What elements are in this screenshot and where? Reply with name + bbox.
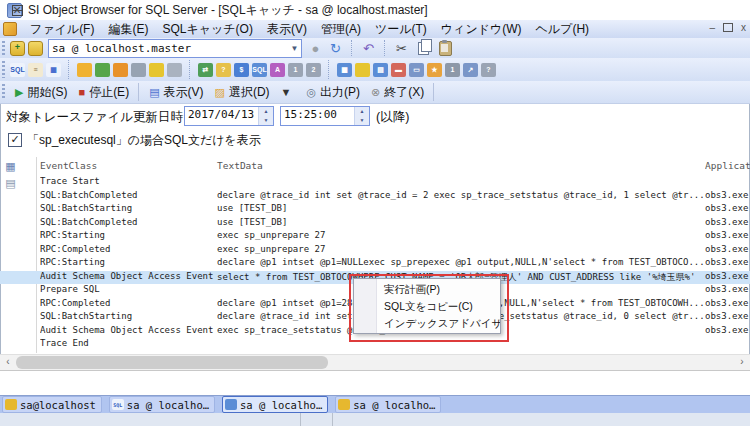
layers-icon[interactable]: 1 [445,63,460,77]
capture-select-dropdown[interactable]: ▼ [276,86,301,99]
column-header-applicationname[interactable]: ApplicationName [705,160,750,171]
job-schedule-icon[interactable] [167,63,182,77]
copy-icon[interactable] [418,42,429,55]
trace-time-spinner[interactable]: 15:25:00 ▲▼ [280,106,370,126]
menu-item[interactable]: 表示(V) [260,21,314,38]
menu-item[interactable]: ウィンドウ(W) [434,21,529,38]
cell-applicationname: obs3.exe [705,190,750,204]
mdi-restore-button[interactable] [723,23,733,32]
table-row[interactable]: SQL:BatchCompleted use [TEST_DB] obs3.ex… [0,217,750,231]
window-red-icon[interactable]: ▬ [391,63,406,77]
toolbar-icon [68,60,70,79]
menu-item[interactable]: ツール(T) [368,21,434,38]
filter-suffix-label: (以降) [376,109,409,126]
database-list-icon[interactable] [131,63,146,77]
horizontal-scrollbar[interactable]: ‹ › [0,354,750,370]
window-button-label: sa@localhost [20,399,96,411]
key-icon[interactable] [355,63,370,77]
undo-icon[interactable]: ↶ [360,40,377,56]
mdi-minimize-button[interactable]: – [709,22,715,33]
task-button-sql-catch[interactable]: sa @ localho… [222,396,328,413]
table-row[interactable]: RPC:Completed exec sp_unprepare 27 obs3.… [0,244,750,258]
mdi-close-button[interactable]: x [741,22,746,33]
toolbar-grip[interactable] [2,84,5,100]
task-button-object-window[interactable]: sa @ localho… [335,396,441,413]
task-button-sa-localhost[interactable]: sa@localhost [2,396,102,413]
user-script-1-icon[interactable]: 1 [288,63,303,77]
table-row[interactable]: Trace End [0,338,750,352]
cell-applicationname: obs3.exe [705,311,750,325]
sp-executesql-checkbox[interactable]: ✓ [8,133,22,147]
dml-monitor-icon[interactable]: $ [234,63,249,77]
refresh-icon[interactable]: ↻ [327,40,344,56]
storage-icon[interactable] [149,63,164,77]
mdi-child-icon[interactable] [3,22,17,36]
table-row[interactable]: RPC:Starting exec sp_unprepare 27 obs3.e… [0,230,750,244]
data-grid-icon[interactable]: ▦ [46,63,61,77]
disconnect-database-icon[interactable]: . [28,41,43,56]
grid-view-icon[interactable]: ▦ [337,63,352,77]
toolbar-grip[interactable] [2,41,5,55]
capture-view-button[interactable]: ▤ 表示(V) [144,83,208,102]
session-monitor-icon[interactable] [77,63,92,77]
help-window-icon[interactable]: ? [481,63,496,77]
scrollbar-thumb[interactable] [16,356,328,369]
table-row[interactable]: RPC:Starting declare @p1 intset @p1=NULL… [0,257,750,271]
scroll-left-icon[interactable]: ‹ [0,355,16,370]
capture-start-button[interactable]: ▶ 開始(S) [10,83,72,102]
table-row[interactable]: SQL:BatchStarting use [TEST_DB] obs3.exe [0,203,750,217]
lock-monitor-icon[interactable] [113,63,128,77]
sql-window-icon[interactable]: SQL [10,63,25,77]
cell-applicationname: obs3.exe [705,217,750,231]
scroll-right-icon[interactable]: › [734,355,750,370]
task-button-sql-window[interactable]: SQL sa @ localho… [109,396,215,413]
export-icon[interactable]: ? [216,63,231,77]
column-settings-icon[interactable]: ▦ [4,160,17,173]
capture-select-button[interactable]: ▨ 選択(D) [210,83,275,102]
connect-database-icon[interactable]: + [10,41,25,56]
menu-item[interactable]: ファイル(F) [23,21,101,38]
table-row[interactable]: SQL:BatchCompleted declare @trace_id int… [0,190,750,204]
stop-trace-icon[interactable]: ● [307,40,324,56]
time-up-icon[interactable]: ▲ [355,107,369,116]
sql-catch-icon[interactable]: SQL [252,63,267,77]
rename-icon[interactable]: A [270,63,285,77]
capture-output-button[interactable]: ◎ 出力(P) [302,83,366,102]
context-menu-item[interactable]: SQL文をコピー(C) [354,298,500,315]
capture-end-button[interactable]: ⊗ 終了(X) [366,83,429,102]
popout-window-icon[interactable]: ↗ [463,63,478,77]
sp-executesql-checkbox-label: 「sp_executesql」の場合SQL文だけを表示 [27,132,261,149]
capture-stop-button[interactable]: ■ 停止(E) [73,83,134,102]
menu-item[interactable]: SQLキャッチ(O) [155,21,259,38]
menu-item[interactable]: ヘルプ(H) [529,21,597,38]
import-icon[interactable]: ⇄ [198,63,213,77]
table-row[interactable]: Trace Start [0,176,750,190]
cell-textdata: use [TEST_DB] [217,217,704,231]
menu-item[interactable]: 管理(A) [314,21,368,38]
calendar-icon[interactable]: ▤ [373,63,388,77]
user-script-2-icon[interactable]: 2 [306,63,321,77]
performance-monitor-icon[interactable] [95,63,110,77]
column-header-eventclass[interactable]: EventClass [40,160,97,171]
trace-file-date-label: 対象トレースファイル更新日時 [6,109,183,126]
toolbar-grip[interactable] [2,61,5,78]
cell-eventclass: Trace End [40,338,216,352]
connection-combobox[interactable]: sa @ localhost.master ▼ [48,39,302,58]
script-window-icon[interactable]: ≡ [28,63,43,77]
date-down-icon[interactable]: ▼ [259,116,273,125]
window-blue-icon[interactable]: ▭ [409,63,424,77]
column-header-textdata[interactable]: TextData [217,160,263,171]
context-menu-item[interactable]: 実行計画(P) [354,281,500,298]
cell-applicationname: obs3.exe [705,230,750,244]
chevron-down-icon[interactable]: ▼ [288,44,301,53]
context-menu-item[interactable]: インデックスアドバイザ(I) [354,315,500,332]
trace-date-spinner[interactable]: 2017/04/13 ▲▼ [184,106,274,126]
cut-icon[interactable]: ✂ [393,40,410,56]
window-star-icon[interactable]: ★ [427,63,442,77]
date-up-icon[interactable]: ▲ [259,107,273,116]
time-down-icon[interactable]: ▼ [355,116,369,125]
paste-icon[interactable] [439,41,452,56]
close-button[interactable]: × [0,0,34,20]
menu-item[interactable]: 編集(E) [101,21,155,38]
button-label: 終了(X) [384,84,424,101]
